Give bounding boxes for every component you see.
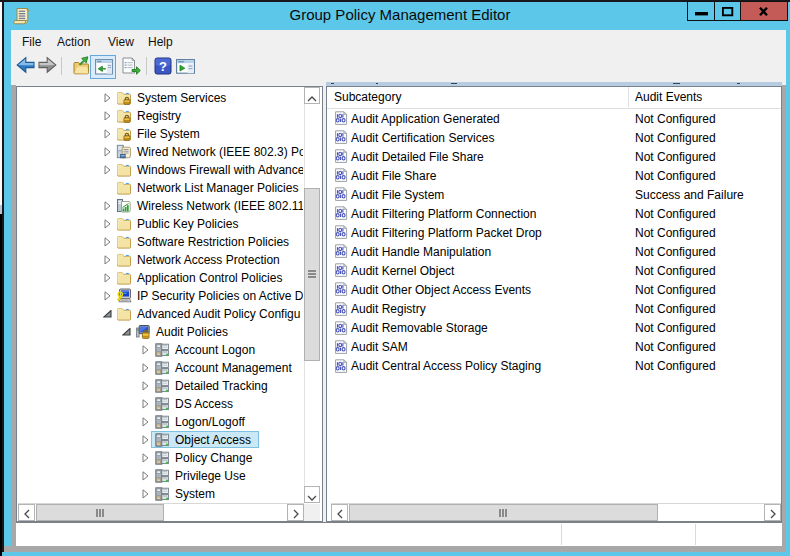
svg-text:?: ? bbox=[159, 59, 167, 74]
